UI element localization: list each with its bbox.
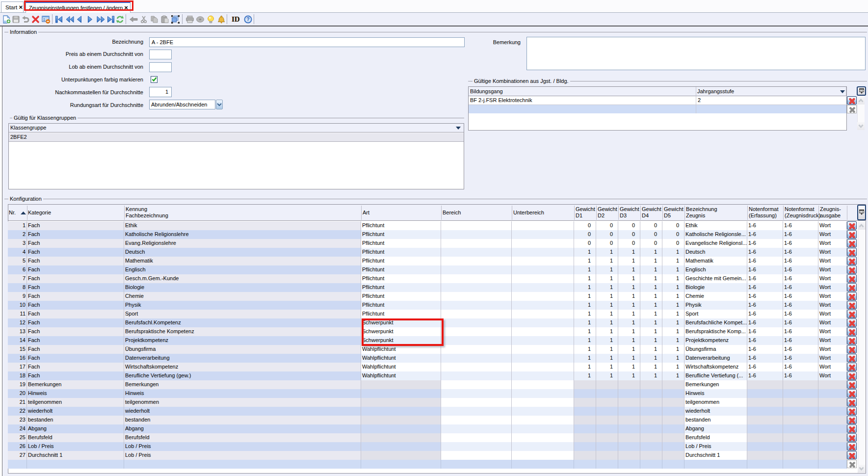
svg-text:?: ? — [246, 16, 249, 22]
